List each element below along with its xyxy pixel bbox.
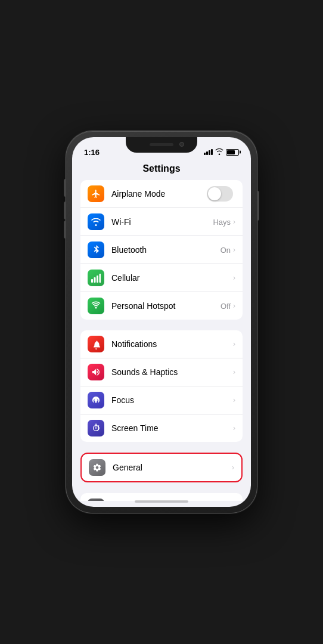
wifi-right: Hays › [213,218,235,227]
focus-right: › [233,396,235,404]
focus-label: Focus [111,395,233,405]
settings-item-wifi[interactable]: Wi-Fi Hays › [80,208,243,236]
svg-rect-1 [94,277,96,283]
sounds-chevron: › [233,368,235,376]
bluetooth-value: On [220,246,231,255]
screen-time-chevron: › [233,424,235,432]
notch [126,137,197,153]
notifications-right: › [233,340,235,348]
settings-item-screen-time[interactable]: Screen Time › [80,414,243,442]
hotspot-icon [88,298,104,314]
airplane-mode-right [207,186,235,202]
airplane-mode-label: Airplane Mode [111,189,207,199]
wifi-chevron: › [233,218,235,226]
screen-time-icon [88,420,104,436]
settings-item-hotspot[interactable]: Personal Hotspot Off › [80,292,243,320]
airplane-mode-icon [88,185,104,202]
phone-screen: 1:16 [72,137,251,507]
speaker [150,143,173,146]
wifi-value: Hays [213,218,231,227]
hotspot-right: Off › [220,302,235,311]
settings-group-notifications: Notifications › Sounds & Haptics › [80,330,243,442]
settings-item-bluetooth[interactable]: Bluetooth On › [80,236,243,264]
notifications-icon [88,336,104,352]
toggle-thumb [208,187,221,200]
focus-chevron: › [233,396,235,404]
battery-icon [226,149,239,156]
sounds-right: › [233,368,235,376]
notifications-chevron: › [233,340,235,348]
battery-fill [227,150,235,154]
general-label: General [113,463,232,472]
hotspot-value: Off [220,302,231,311]
general-right: › [232,463,234,472]
bluetooth-label: Bluetooth [111,245,220,255]
cellular-right: › [233,274,235,282]
general-chevron: › [232,463,234,472]
bluetooth-icon [88,242,104,258]
settings-item-focus[interactable]: Focus › [80,386,243,414]
hotspot-chevron: › [233,302,235,310]
cellular-icon [88,270,104,286]
notifications-label: Notifications [111,339,233,349]
airplane-mode-toggle[interactable] [207,186,233,202]
sounds-label: Sounds & Haptics [111,367,233,377]
wifi-status-icon [215,148,223,156]
hotspot-label: Personal Hotspot [111,301,220,311]
cellular-chevron: › [233,274,235,282]
status-time: 1:16 [84,148,100,157]
bluetooth-right: On › [220,246,235,255]
sounds-icon [88,364,104,380]
screen-time-right: › [233,424,235,432]
settings-item-sounds[interactable]: Sounds & Haptics › [80,358,243,386]
camera [179,142,184,147]
home-indicator [135,500,188,503]
wifi-label: Wi-Fi [111,217,213,227]
svg-rect-0 [91,279,93,283]
settings-item-notifications[interactable]: Notifications › [80,330,243,358]
wifi-icon [88,213,104,230]
status-icons [204,148,239,156]
focus-icon [88,392,104,408]
settings-item-cellular[interactable]: Cellular › [80,264,243,292]
general-icon [89,459,105,476]
scroll-content: Airplane Mode W [72,180,251,501]
svg-rect-2 [97,275,98,283]
settings-group-connectivity: Airplane Mode W [80,180,243,320]
signal-icon [204,149,213,155]
general-wrapper: General › [80,453,243,482]
svg-rect-3 [100,274,101,283]
screen-time-label: Screen Time [111,423,233,433]
cellular-label: Cellular [111,273,233,283]
control-center-icon [88,499,104,501]
page-title: Settings [72,160,251,180]
phone-frame: 1:16 [66,131,257,513]
general-highlight-box: General › [80,453,243,482]
settings-item-airplane-mode[interactable]: Airplane Mode [80,180,243,208]
settings-item-general[interactable]: General › [82,454,241,481]
bluetooth-chevron: › [233,246,235,254]
